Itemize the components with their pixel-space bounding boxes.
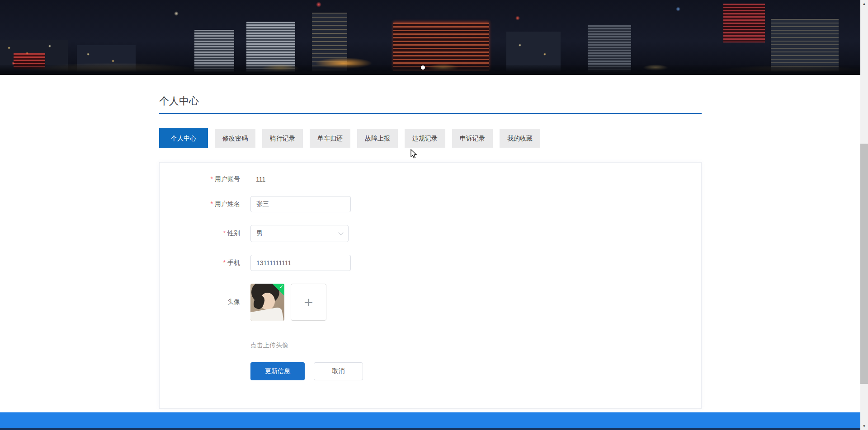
chevron-down-icon (338, 230, 343, 235)
upload-hint-row: 点击上传头像 (160, 341, 701, 350)
required-asterisk: * (223, 229, 226, 237)
phone-label: *手机 (160, 259, 245, 267)
form-actions-row: 更新信息 取消 (160, 362, 701, 380)
check-icon: ✓ (279, 284, 283, 290)
account-row: *用户账号 111 (160, 175, 701, 183)
tab-personal-center[interactable]: 个人中心 (159, 128, 208, 148)
page-title: 个人中心 (159, 94, 702, 114)
avatar-upload-button[interactable]: + (291, 284, 326, 321)
hero-carousel-night-city (0, 0, 860, 75)
gender-select[interactable]: 男 (250, 225, 349, 242)
banner-treeline (0, 65, 860, 75)
gender-label: *性别 (160, 229, 245, 238)
avatar-row: 头像 ✓ + (160, 284, 701, 321)
tab-bike-return[interactable]: 单车归还 (310, 129, 350, 148)
tab-change-password[interactable]: 修改密码 (215, 129, 255, 148)
avatar-art (250, 307, 284, 321)
tab-riding-records[interactable]: 骑行记录 (262, 129, 303, 148)
scroll-down-arrow-icon[interactable]: ▼ (860, 422, 868, 430)
account-value: 111 (256, 176, 265, 183)
scrollbar-thumb[interactable] (860, 144, 868, 384)
scroll-up-arrow-icon[interactable]: ▲ (860, 0, 868, 8)
cancel-button[interactable]: 取消 (314, 362, 363, 380)
footer-bar (0, 412, 860, 430)
name-input[interactable] (250, 196, 351, 212)
carousel-dot-indicator[interactable] (421, 65, 425, 70)
name-row: *用户姓名 (160, 196, 701, 212)
profile-tab-bar: 个人中心 修改密码 骑行记录 单车归还 故障上报 违规记录 申诉记录 我的收藏 (159, 128, 702, 148)
tab-fault-report[interactable]: 故障上报 (357, 129, 398, 148)
tab-my-favorites[interactable]: 我的收藏 (500, 129, 540, 148)
vertical-scrollbar[interactable]: ▲ ▼ (860, 0, 868, 430)
required-asterisk: * (211, 200, 213, 207)
main-content: 个人中心 个人中心 修改密码 骑行记录 单车归还 故障上报 违规记录 申诉记录 … (159, 94, 702, 409)
required-asterisk: * (211, 175, 213, 182)
gender-row: *性别 男 (160, 225, 701, 242)
update-info-button[interactable]: 更新信息 (250, 362, 305, 380)
banner-city-lights (0, 0, 860, 75)
avatar-thumbnail[interactable]: ✓ (250, 284, 284, 321)
required-asterisk: * (223, 259, 226, 266)
upload-hint-text: 点击上传头像 (250, 341, 288, 350)
phone-input[interactable] (250, 255, 351, 271)
gender-selected-value: 男 (256, 229, 263, 238)
phone-row: *手机 (160, 255, 701, 271)
name-label: *用户姓名 (160, 200, 245, 208)
tab-violation-records[interactable]: 违规记录 (405, 129, 445, 148)
account-label: *用户账号 (160, 175, 245, 183)
tab-appeal-records[interactable]: 申诉记录 (452, 129, 493, 148)
profile-form-card: *用户账号 111 *用户姓名 *性别 男 *手机 (159, 162, 702, 409)
plus-icon: + (304, 294, 313, 310)
avatar-label: 头像 (160, 298, 245, 306)
